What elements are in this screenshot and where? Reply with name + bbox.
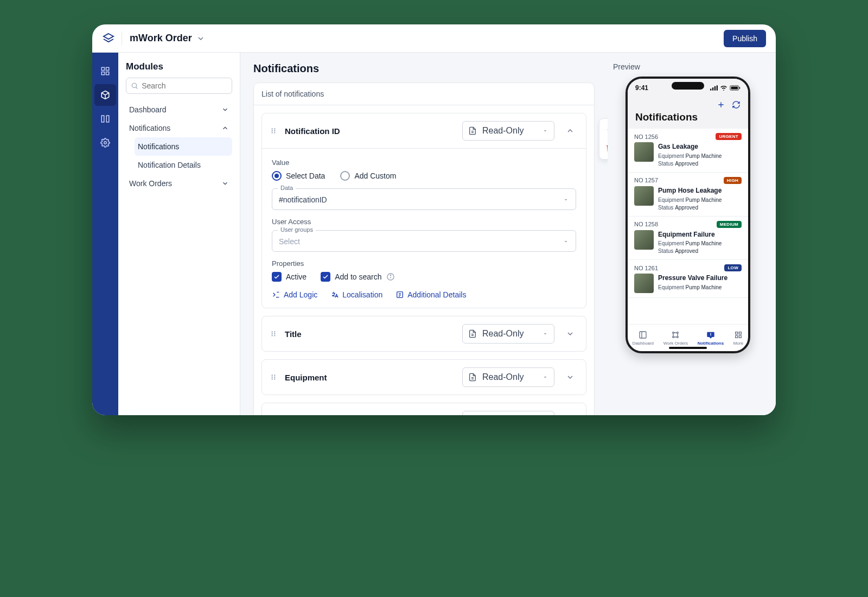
- panel-head: List of notifications: [254, 83, 594, 105]
- drag-handle-icon[interactable]: [270, 127, 277, 135]
- chevron-down-icon[interactable]: [196, 34, 205, 43]
- notification-card[interactable]: NO 1256URGENT Gas LeakageEquipment Pump …: [628, 129, 748, 173]
- data-value: #notificationID: [279, 195, 327, 204]
- svg-point-63: [677, 336, 679, 338]
- drag-handle-icon[interactable]: [270, 330, 277, 338]
- rail-layout[interactable]: [94, 108, 116, 130]
- delete-field-button[interactable]: [603, 141, 608, 156]
- app-body: Modules Dashboard Notifications Notifica…: [92, 53, 776, 415]
- field-card-equipment: Equipment Read-Only: [261, 359, 586, 395]
- svg-rect-2: [101, 72, 104, 75]
- field-mode-select[interactable]: Read-Only: [462, 411, 554, 415]
- field-mode-label: Read-Only: [482, 372, 524, 382]
- tools-icon: [671, 331, 680, 339]
- notifications-panel: List of notifications Notification ID Re…: [253, 82, 595, 415]
- tree-sub-notifications[interactable]: Notifications: [135, 137, 232, 156]
- expand-button[interactable]: [562, 369, 578, 385]
- value-label: Value: [272, 158, 576, 167]
- card-id: NO 1258: [634, 221, 658, 227]
- checkbox-add-to-search[interactable]: Add to search: [321, 272, 394, 282]
- add-logic-link[interactable]: Add Logic: [272, 290, 317, 299]
- card-status: Status Approved: [658, 204, 722, 212]
- svg-point-62: [673, 336, 674, 338]
- svg-rect-1: [106, 67, 109, 70]
- svg-point-33: [272, 377, 273, 378]
- tree-work-orders[interactable]: Work Orders: [126, 174, 232, 193]
- sidebar-title: Modules: [126, 61, 232, 72]
- phone-notch: [672, 82, 704, 90]
- info-icon[interactable]: [386, 272, 395, 281]
- refresh-icon[interactable]: [732, 100, 741, 109]
- field-side-actions: [599, 118, 608, 160]
- svg-rect-67: [739, 332, 741, 334]
- add-field-button[interactable]: [603, 122, 608, 137]
- notification-card[interactable]: NO 1261LOW Pressure Valve FailureEquipme…: [628, 260, 748, 298]
- card-title: Equipment Failure: [658, 230, 722, 239]
- tree-dashboard[interactable]: Dashboard: [126, 100, 232, 119]
- field-mode-select[interactable]: Read-Only: [462, 121, 554, 141]
- notification-card[interactable]: NO 1257HIGH Pump Hose LeakageEquipment P…: [628, 173, 748, 217]
- tab-notifications[interactable]: Notifications: [698, 331, 724, 346]
- svg-point-12: [272, 132, 273, 133]
- svg-rect-55: [739, 87, 741, 88]
- caret-down-icon: [542, 331, 548, 337]
- additional-details-link[interactable]: Additional Details: [395, 290, 466, 299]
- priority-badge: URGENT: [716, 133, 742, 140]
- field-card-notification-id: Notification ID Read-Only Value: [261, 113, 586, 308]
- search-input[interactable]: [142, 81, 227, 90]
- tab-more[interactable]: More: [733, 331, 743, 346]
- localisation-link[interactable]: Localisation: [330, 290, 382, 299]
- phone-header: Notifications: [628, 97, 748, 129]
- field-mode-label: Read-Only: [482, 126, 524, 136]
- svg-rect-3: [106, 72, 109, 75]
- field-mode-select[interactable]: Read-Only: [462, 367, 554, 387]
- svg-rect-49: [710, 89, 711, 91]
- publish-button[interactable]: Publish: [724, 30, 766, 47]
- radio-add-custom[interactable]: Add Custom: [340, 171, 396, 181]
- drag-handle-icon[interactable]: [270, 373, 277, 381]
- svg-rect-64: [710, 333, 711, 334]
- data-select[interactable]: Data #notificationID: [272, 188, 576, 210]
- phone-list[interactable]: NO 1256URGENT Gas LeakageEquipment Pump …: [628, 129, 748, 324]
- svg-point-27: [272, 335, 273, 336]
- notification-card[interactable]: NO 1258MEDIUM Equipment FailureEquipment…: [628, 217, 748, 261]
- caret-down-icon: [563, 196, 569, 203]
- card-id: NO 1256: [634, 134, 658, 140]
- field-card-status: Status Read-Only: [261, 403, 586, 415]
- svg-point-28: [274, 335, 275, 336]
- chevron-down-icon: [221, 180, 229, 187]
- checkbox-label: Add to search: [335, 272, 381, 281]
- tree-notifications[interactable]: Notifications: [126, 119, 232, 137]
- user-groups-select[interactable]: User groups Select: [272, 230, 576, 252]
- expand-button[interactable]: [562, 412, 578, 415]
- rail-settings[interactable]: [94, 132, 116, 154]
- trash-icon: [605, 143, 608, 153]
- rail-dashboard[interactable]: [94, 60, 116, 82]
- rail-modules[interactable]: [94, 84, 116, 106]
- tab-dashboard[interactable]: Dashboard: [633, 331, 654, 346]
- tab-work-orders[interactable]: Work Orders: [663, 331, 688, 346]
- svg-rect-4: [101, 116, 104, 122]
- app-title[interactable]: mWork Order: [130, 33, 192, 44]
- radio-select-data[interactable]: Select Data: [272, 171, 325, 181]
- field-mode-select[interactable]: Read-Only: [462, 324, 554, 344]
- checkbox-active[interactable]: Active: [272, 272, 307, 282]
- expand-button[interactable]: [562, 326, 578, 342]
- tab-label: Dashboard: [633, 341, 654, 346]
- search-input-wrap[interactable]: [126, 78, 232, 94]
- tree-label: Work Orders: [129, 179, 172, 188]
- card-id: NO 1261: [634, 265, 658, 271]
- collapse-button[interactable]: [562, 123, 578, 139]
- tree-sub-notification-details[interactable]: Notification Details: [135, 156, 232, 174]
- card-title: Gas Leakage: [658, 142, 722, 151]
- phone-tabbar: Dashboard Work Orders Notifications More: [628, 324, 748, 351]
- plus-icon[interactable]: [717, 100, 725, 109]
- svg-rect-58: [640, 332, 646, 338]
- grid-icon: [734, 331, 743, 339]
- radio-label: Select Data: [286, 172, 325, 180]
- field-name: Equipment: [285, 373, 455, 382]
- gear-icon: [100, 138, 110, 148]
- svg-rect-65: [710, 335, 711, 335]
- svg-point-32: [274, 374, 275, 376]
- tab-label: Work Orders: [663, 341, 688, 346]
